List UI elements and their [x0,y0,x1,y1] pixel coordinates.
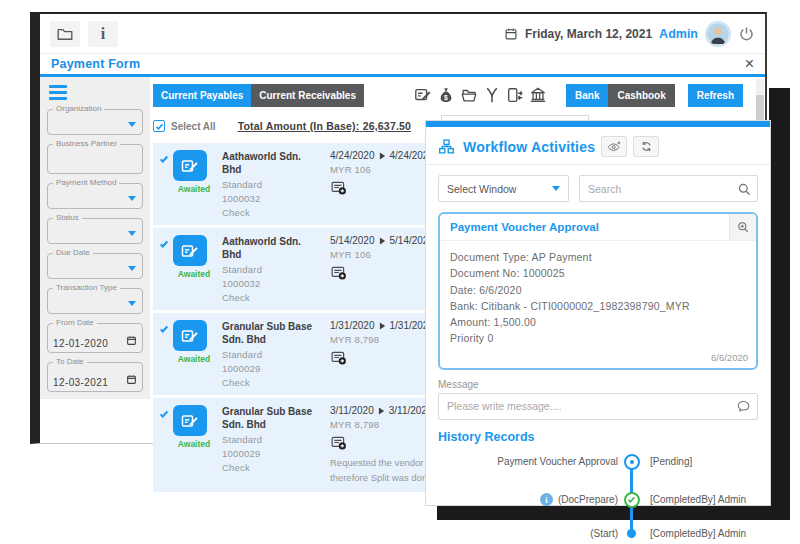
app-topbar: i Friday, March 12, 2021 Admin [40,14,765,54]
menu-icon[interactable] [49,85,143,100]
history-item-pending: Payment Voucher Approval [Pending] [438,454,758,470]
power-icon[interactable] [738,25,755,42]
organization-select[interactable]: Organization [47,109,143,135]
status-badge: Awaited [173,184,215,194]
chevron-down-icon [128,231,136,236]
approval-title: Payment Voucher Approval [440,214,729,240]
select-all-label: Select All [171,121,216,132]
select-all-checkbox[interactable] [153,120,165,132]
doc-type: Standard [222,264,322,275]
tab-current-payables[interactable]: Current Payables [153,84,251,107]
status-select[interactable]: Status [47,218,143,244]
cashbook-button[interactable]: Cashbook [608,84,674,107]
due-date-select[interactable]: Due Date [47,253,143,279]
payment-method-select[interactable]: Payment Method [47,183,143,209]
payment-method: Check [222,292,322,303]
preview-eye-icon[interactable] [601,136,627,157]
row-checkbox[interactable] [159,320,173,388]
payment-method: Check [222,377,322,388]
info-icon[interactable]: i [88,21,118,47]
workflow-header: Workflow Activities [426,127,770,165]
message-input[interactable] [439,400,729,412]
close-icon[interactable]: × [745,56,754,72]
refresh-icon[interactable] [633,136,659,157]
to-date-field[interactable]: To Date 12-03-2021 [47,362,143,392]
message-label: Message [438,379,758,390]
info-circle-icon[interactable]: i [540,493,553,506]
history-step-label: i (DocPrepare) [438,493,618,506]
arrow-right-icon [379,152,386,160]
arrow-right-icon [379,237,386,245]
bank-button[interactable]: Bank [566,84,608,107]
approval-card[interactable]: Payment Voucher Approval Document Type: … [438,212,758,370]
schedule-doc-icon[interactable] [330,349,347,366]
schedule-doc-icon[interactable] [330,264,347,281]
row-checkbox[interactable] [159,150,173,218]
arrow-right-icon [378,407,385,415]
bank-building-icon[interactable] [529,86,547,104]
filter-sidebar: Organization Business Partner Payment Me… [40,77,150,399]
row-checkbox[interactable] [159,405,173,485]
completed-check-icon [624,492,640,508]
search-icon[interactable] [731,182,757,196]
money-bag-icon[interactable]: $ [437,86,455,104]
workflow-search-box [579,175,758,202]
select-window-dropdown[interactable]: Select Window [438,175,569,202]
business-partner-name: Granular Sub Base Sdn. Bhd [222,405,322,431]
user-name-link[interactable]: Admin [659,27,698,41]
history-step-label: (Start) [438,528,618,539]
page-title: Payment Form [51,57,140,71]
payment-doc-icon[interactable] [173,405,207,436]
arrow-right-icon [379,322,386,330]
svg-text:$: $ [444,94,448,102]
toolbar-icons: $ [414,86,552,104]
doc-no: 1000032 [222,193,322,204]
pending-ring-icon [624,454,640,470]
detail-doc-type: Document Type: AP Payment [450,249,746,265]
panel-title: Workflow Activities [463,139,595,155]
payment-method: Check [222,462,322,473]
chevron-down-icon [128,266,136,271]
doc-no: 1000032 [222,278,322,289]
zoom-in-icon[interactable] [729,214,756,240]
calendar-icon[interactable] [126,335,137,346]
refresh-button[interactable]: Refresh [688,84,743,107]
history-item-docprepare: i (DocPrepare) [CompletedBy] Admin [438,492,758,508]
approval-details: Document Type: AP Payment Document No: 1… [440,241,756,347]
detail-date: Date: 6/6/2020 [450,282,746,298]
status-badge: Awaited [173,439,215,449]
calendar-icon[interactable] [126,374,137,385]
payment-doc-icon[interactable] [173,320,207,351]
form-title-bar: Payment Form × [40,54,765,77]
status-badge: Awaited [173,354,215,364]
folder-icon[interactable] [50,21,80,47]
transaction-type-select[interactable]: Transaction Type [47,288,143,314]
avatar[interactable] [705,21,731,47]
business-partner-field[interactable]: Business Partner [47,144,143,174]
row-checkbox[interactable] [159,235,173,303]
workflow-search-input[interactable] [580,183,731,195]
total-amount: Total Amount (In Base): 26,637.50 [238,120,411,132]
doc-no: 1000029 [222,363,322,374]
history-step-label: Payment Voucher Approval [438,456,618,467]
payment-doc-icon[interactable] [173,150,207,181]
schedule-doc-icon[interactable] [330,434,347,451]
tab-current-receivables[interactable]: Current Receivables [251,84,364,107]
chevron-down-icon [128,301,136,306]
status-badge: Awaited [173,269,215,279]
doc-type: Standard [222,349,322,360]
payment-method: Check [222,207,322,218]
split-icon[interactable] [483,86,501,104]
schedule-doc-icon[interactable] [330,179,347,196]
payment-note-icon[interactable] [414,86,432,104]
device-transfer-icon[interactable] [506,86,524,104]
detail-bank: Bank: Citibank - CITI0000002_1982398790_… [450,298,746,314]
history-step-status: [CompletedBy] Admin [650,494,746,505]
from-date-field[interactable]: From Date 12-01-2020 [47,323,143,353]
business-partner-name: Aathaworld Sdn. Bhd [222,235,322,261]
archive-icon[interactable] [460,86,478,104]
chat-bubble-icon[interactable] [729,399,757,413]
history-item-start: (Start) [CompletedBy] Admin [438,528,758,539]
doc-type: Standard [222,179,322,190]
payment-doc-icon[interactable] [173,235,207,266]
